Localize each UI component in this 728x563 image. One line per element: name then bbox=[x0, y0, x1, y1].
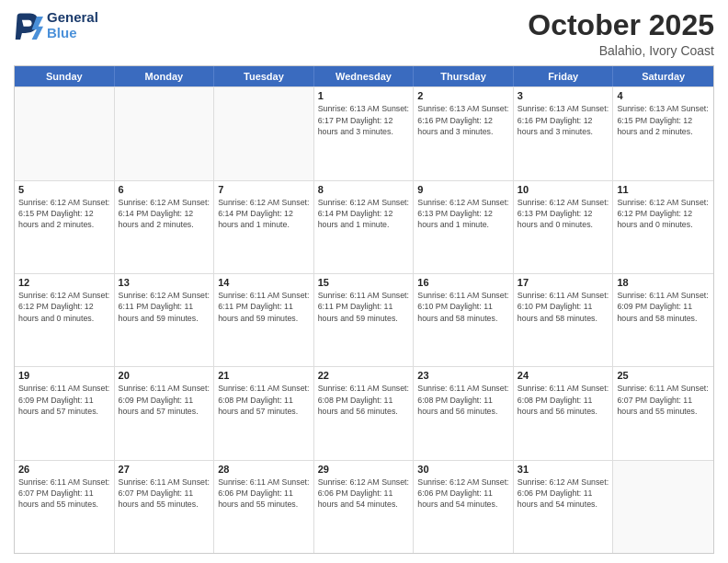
day-number: 11 bbox=[617, 184, 710, 195]
day-number: 14 bbox=[218, 277, 310, 288]
day-info: Sunrise: 6:11 AM Sunset: 6:11 PM Dayligh… bbox=[218, 290, 310, 324]
month-title: October 2025 bbox=[528, 9, 714, 41]
day-number: 26 bbox=[18, 464, 110, 475]
logo-icon bbox=[14, 10, 43, 40]
day-info: Sunrise: 6:11 AM Sunset: 6:08 PM Dayligh… bbox=[218, 383, 310, 417]
day-info: Sunrise: 6:11 AM Sunset: 6:09 PM Dayligh… bbox=[119, 383, 210, 417]
calendar-cell bbox=[115, 87, 215, 179]
day-info: Sunrise: 6:11 AM Sunset: 6:10 PM Dayligh… bbox=[518, 290, 609, 324]
calendar-cell: 29Sunrise: 6:12 AM Sunset: 6:06 PM Dayli… bbox=[314, 461, 415, 553]
calendar-cell: 30Sunrise: 6:12 AM Sunset: 6:06 PM Dayli… bbox=[414, 461, 514, 553]
day-number: 1 bbox=[318, 90, 410, 101]
calendar-cell: 4Sunrise: 6:13 AM Sunset: 6:15 PM Daylig… bbox=[613, 87, 713, 179]
day-number: 19 bbox=[18, 370, 110, 381]
day-number: 6 bbox=[119, 184, 210, 195]
calendar-cell: 11Sunrise: 6:12 AM Sunset: 6:12 PM Dayli… bbox=[613, 181, 713, 273]
calendar-cell: 9Sunrise: 6:12 AM Sunset: 6:13 PM Daylig… bbox=[414, 181, 514, 273]
day-info: Sunrise: 6:11 AM Sunset: 6:08 PM Dayligh… bbox=[318, 383, 410, 417]
day-info: Sunrise: 6:12 AM Sunset: 6:11 PM Dayligh… bbox=[119, 290, 210, 324]
calendar-cell: 5Sunrise: 6:12 AM Sunset: 6:15 PM Daylig… bbox=[15, 181, 115, 273]
day-info: Sunrise: 6:11 AM Sunset: 6:09 PM Dayligh… bbox=[18, 383, 110, 417]
calendar-cell: 7Sunrise: 6:12 AM Sunset: 6:14 PM Daylig… bbox=[214, 181, 314, 273]
calendar-header: Sunday Monday Tuesday Wednesday Thursday… bbox=[15, 66, 713, 86]
day-number: 12 bbox=[18, 277, 110, 288]
day-number: 18 bbox=[617, 277, 710, 288]
day-number: 17 bbox=[518, 277, 609, 288]
calendar-cell: 17Sunrise: 6:11 AM Sunset: 6:10 PM Dayli… bbox=[514, 274, 614, 366]
day-info: Sunrise: 6:12 AM Sunset: 6:12 PM Dayligh… bbox=[18, 290, 110, 324]
calendar-row-2: 5Sunrise: 6:12 AM Sunset: 6:15 PM Daylig… bbox=[15, 180, 713, 273]
day-info: Sunrise: 6:13 AM Sunset: 6:17 PM Dayligh… bbox=[318, 103, 410, 137]
day-info: Sunrise: 6:11 AM Sunset: 6:07 PM Dayligh… bbox=[119, 477, 210, 511]
header-wednesday: Wednesday bbox=[314, 66, 415, 86]
day-number: 2 bbox=[417, 90, 509, 101]
calendar-cell: 16Sunrise: 6:11 AM Sunset: 6:10 PM Dayli… bbox=[414, 274, 514, 366]
day-info: Sunrise: 6:12 AM Sunset: 6:14 PM Dayligh… bbox=[318, 197, 410, 231]
calendar-row-3: 12Sunrise: 6:12 AM Sunset: 6:12 PM Dayli… bbox=[15, 273, 713, 366]
calendar-cell bbox=[613, 461, 713, 553]
calendar-cell: 27Sunrise: 6:11 AM Sunset: 6:07 PM Dayli… bbox=[115, 461, 215, 553]
day-number: 28 bbox=[218, 464, 310, 475]
day-info: Sunrise: 6:11 AM Sunset: 6:11 PM Dayligh… bbox=[318, 290, 410, 324]
day-info: Sunrise: 6:11 AM Sunset: 6:08 PM Dayligh… bbox=[417, 383, 509, 417]
day-info: Sunrise: 6:11 AM Sunset: 6:10 PM Dayligh… bbox=[417, 290, 509, 324]
calendar-cell: 2Sunrise: 6:13 AM Sunset: 6:16 PM Daylig… bbox=[414, 87, 514, 179]
calendar-cell: 20Sunrise: 6:11 AM Sunset: 6:09 PM Dayli… bbox=[115, 367, 215, 459]
day-info: Sunrise: 6:11 AM Sunset: 6:06 PM Dayligh… bbox=[218, 477, 310, 511]
calendar-body: 1Sunrise: 6:13 AM Sunset: 6:17 PM Daylig… bbox=[15, 86, 713, 553]
header-monday: Monday bbox=[115, 66, 215, 86]
day-info: Sunrise: 6:12 AM Sunset: 6:14 PM Dayligh… bbox=[119, 197, 210, 231]
day-info: Sunrise: 6:12 AM Sunset: 6:12 PM Dayligh… bbox=[617, 197, 710, 231]
day-info: Sunrise: 6:12 AM Sunset: 6:13 PM Dayligh… bbox=[518, 197, 609, 231]
title-block: October 2025 Balahio, Ivory Coast bbox=[528, 9, 714, 58]
day-info: Sunrise: 6:12 AM Sunset: 6:06 PM Dayligh… bbox=[518, 477, 609, 511]
day-number: 24 bbox=[518, 370, 609, 381]
day-number: 27 bbox=[119, 464, 210, 475]
day-number: 30 bbox=[417, 464, 509, 475]
day-number: 5 bbox=[18, 184, 110, 195]
calendar-cell: 24Sunrise: 6:11 AM Sunset: 6:08 PM Dayli… bbox=[514, 367, 614, 459]
calendar-cell: 28Sunrise: 6:11 AM Sunset: 6:06 PM Dayli… bbox=[214, 461, 314, 553]
calendar-row-1: 1Sunrise: 6:13 AM Sunset: 6:17 PM Daylig… bbox=[15, 86, 713, 179]
calendar-cell: 18Sunrise: 6:11 AM Sunset: 6:09 PM Dayli… bbox=[613, 274, 713, 366]
logo-text: General Blue bbox=[47, 9, 98, 40]
day-info: Sunrise: 6:12 AM Sunset: 6:15 PM Dayligh… bbox=[18, 197, 110, 231]
day-number: 23 bbox=[417, 370, 509, 381]
day-number: 8 bbox=[318, 184, 410, 195]
header-saturday: Saturday bbox=[613, 66, 713, 86]
header-tuesday: Tuesday bbox=[214, 66, 314, 86]
page: General Blue October 2025 Balahio, Ivory… bbox=[0, 0, 728, 563]
day-info: Sunrise: 6:13 AM Sunset: 6:16 PM Dayligh… bbox=[518, 103, 609, 137]
day-info: Sunrise: 6:12 AM Sunset: 6:14 PM Dayligh… bbox=[218, 197, 310, 231]
day-number: 16 bbox=[417, 277, 509, 288]
day-number: 4 bbox=[617, 90, 710, 101]
day-number: 10 bbox=[518, 184, 609, 195]
calendar-cell: 25Sunrise: 6:11 AM Sunset: 6:07 PM Dayli… bbox=[613, 367, 713, 459]
day-number: 29 bbox=[318, 464, 410, 475]
day-number: 15 bbox=[318, 277, 410, 288]
day-number: 31 bbox=[518, 464, 609, 475]
day-number: 13 bbox=[119, 277, 210, 288]
day-number: 3 bbox=[518, 90, 609, 101]
header-thursday: Thursday bbox=[414, 66, 514, 86]
logo: General Blue bbox=[14, 9, 98, 40]
day-info: Sunrise: 6:12 AM Sunset: 6:13 PM Dayligh… bbox=[417, 197, 509, 231]
day-info: Sunrise: 6:11 AM Sunset: 6:07 PM Dayligh… bbox=[18, 477, 110, 511]
day-number: 22 bbox=[318, 370, 410, 381]
day-info: Sunrise: 6:13 AM Sunset: 6:16 PM Dayligh… bbox=[417, 103, 509, 137]
calendar-cell: 13Sunrise: 6:12 AM Sunset: 6:11 PM Dayli… bbox=[115, 274, 215, 366]
calendar-cell: 1Sunrise: 6:13 AM Sunset: 6:17 PM Daylig… bbox=[314, 87, 415, 179]
calendar-cell: 12Sunrise: 6:12 AM Sunset: 6:12 PM Dayli… bbox=[15, 274, 115, 366]
day-number: 25 bbox=[617, 370, 710, 381]
day-info: Sunrise: 6:11 AM Sunset: 6:08 PM Dayligh… bbox=[518, 383, 609, 417]
calendar-cell: 3Sunrise: 6:13 AM Sunset: 6:16 PM Daylig… bbox=[514, 87, 614, 179]
header-sunday: Sunday bbox=[15, 66, 115, 86]
calendar-cell: 21Sunrise: 6:11 AM Sunset: 6:08 PM Dayli… bbox=[214, 367, 314, 459]
calendar: Sunday Monday Tuesday Wednesday Thursday… bbox=[14, 65, 714, 554]
calendar-cell: 10Sunrise: 6:12 AM Sunset: 6:13 PM Dayli… bbox=[514, 181, 614, 273]
day-number: 9 bbox=[417, 184, 509, 195]
calendar-cell bbox=[15, 87, 115, 179]
calendar-row-5: 26Sunrise: 6:11 AM Sunset: 6:07 PM Dayli… bbox=[15, 460, 713, 553]
calendar-cell: 8Sunrise: 6:12 AM Sunset: 6:14 PM Daylig… bbox=[314, 181, 415, 273]
day-info: Sunrise: 6:12 AM Sunset: 6:06 PM Dayligh… bbox=[318, 477, 410, 511]
